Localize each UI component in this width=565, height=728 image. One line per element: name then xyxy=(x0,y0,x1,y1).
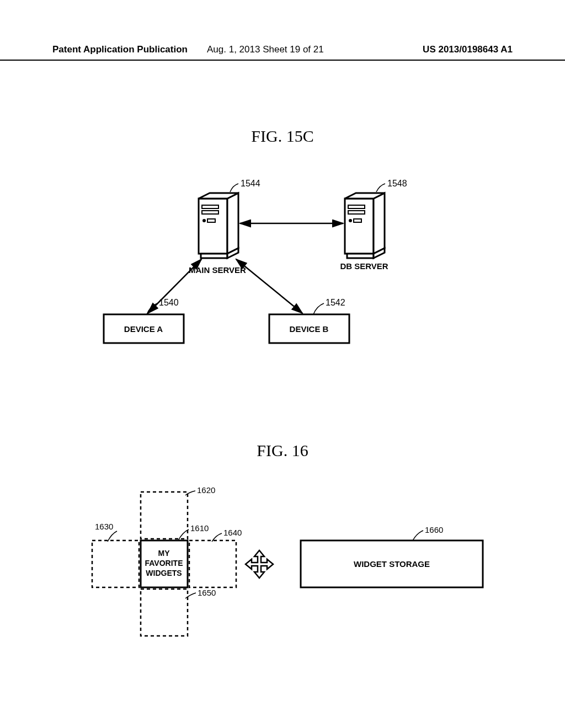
svg-point-14 xyxy=(349,219,352,222)
leader-1548 xyxy=(376,184,385,192)
ref-1620: 1620 xyxy=(197,485,215,495)
svg-marker-10 xyxy=(374,193,385,254)
server-main-icon xyxy=(199,193,238,258)
fig16-diagram: MY FAVORITE WIDGETS WIDGET STORAGE 1620 … xyxy=(83,480,502,656)
ref-1660: 1660 xyxy=(425,525,443,534)
storage-label: WIDGET STORAGE xyxy=(354,559,430,569)
center-line1: MY xyxy=(158,549,170,558)
db-server-label: DB SERVER xyxy=(340,261,388,271)
device-a-label: DEVICE A xyxy=(124,324,163,334)
conn-main-b xyxy=(236,259,302,313)
svg-rect-7 xyxy=(201,254,227,258)
ref-1542: 1542 xyxy=(326,298,345,307)
main-server-label: MAIN SERVER xyxy=(189,265,246,275)
right-box xyxy=(189,540,236,587)
leader-1660 xyxy=(413,531,423,540)
ref-1610: 1610 xyxy=(190,523,209,533)
ref-1630: 1630 xyxy=(95,522,113,531)
left-box xyxy=(92,540,139,587)
fig15c-diagram: MAIN SERVER DB SERVER DEVICE A DEVICE B … xyxy=(94,176,480,386)
leader-1620 xyxy=(185,491,195,495)
leader-1544 xyxy=(230,184,238,192)
bottom-box xyxy=(141,589,188,636)
ref-1640: 1640 xyxy=(223,528,242,537)
ref-1650: 1650 xyxy=(198,588,216,597)
device-b-label: DEVICE B xyxy=(290,324,329,334)
center-line3: WIDGETS xyxy=(146,569,182,577)
center-line2: FAVORITE xyxy=(145,559,183,568)
svg-marker-1 xyxy=(227,193,238,254)
fig16-title: FIG. 16 xyxy=(0,441,565,460)
header-right: US 2013/0198643 A1 xyxy=(423,44,513,55)
ref-1548: 1548 xyxy=(387,179,407,188)
svg-rect-0 xyxy=(199,199,227,254)
plus-arrows-icon xyxy=(246,550,273,578)
svg-point-5 xyxy=(202,219,206,222)
ref-1540: 1540 xyxy=(159,298,179,307)
header-center: Aug. 1, 2013 Sheet 19 of 21 xyxy=(207,44,324,55)
svg-rect-16 xyxy=(347,254,374,258)
top-box xyxy=(141,492,188,539)
server-db-icon xyxy=(345,193,385,258)
header-left: Patent Application Publication xyxy=(52,44,188,55)
leader-1542 xyxy=(313,303,324,314)
page-header: Patent Application Publication Aug. 1, 2… xyxy=(0,44,565,61)
fig15c-title: FIG. 15C xyxy=(0,127,565,146)
svg-rect-9 xyxy=(345,199,374,254)
ref-1544: 1544 xyxy=(241,179,260,188)
